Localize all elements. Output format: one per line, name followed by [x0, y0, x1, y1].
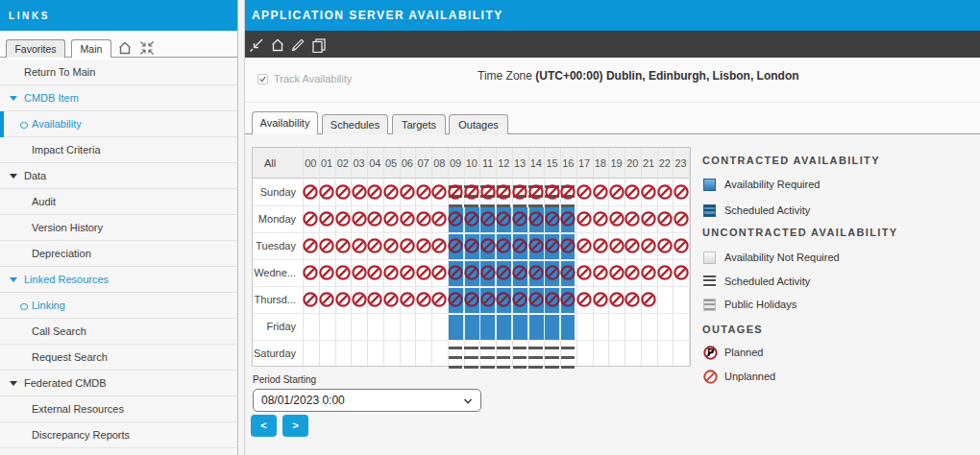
svg-text:P: P [707, 347, 714, 358]
